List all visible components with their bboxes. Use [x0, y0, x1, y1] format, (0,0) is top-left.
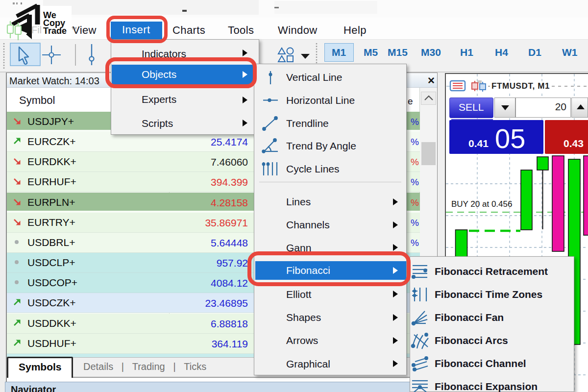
svg-text:Trade: Trade — [43, 26, 67, 36]
svg-text:TM: TM — [72, 26, 76, 30]
